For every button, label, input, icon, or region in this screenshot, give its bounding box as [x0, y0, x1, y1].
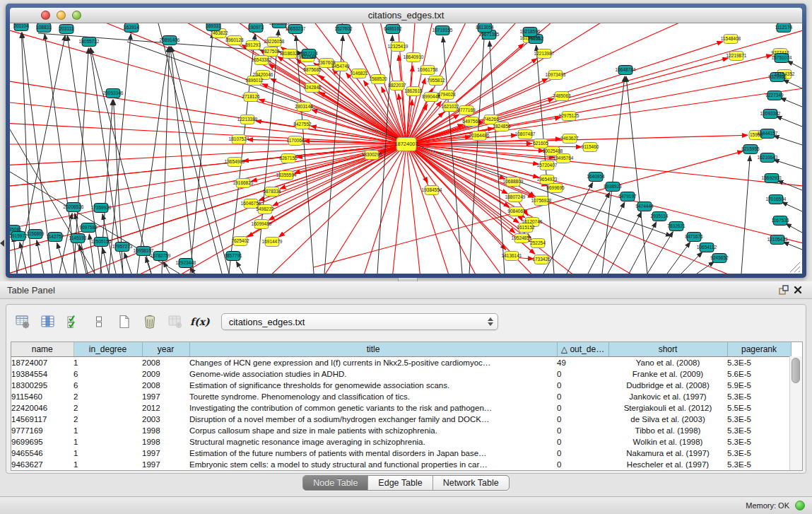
table-cell[interactable]: 0 — [557, 368, 608, 380]
table-cell[interactable]: 0 — [557, 436, 608, 448]
table-cell[interactable]: Changes of HCN gene expression and I(f) … — [189, 357, 557, 369]
column-header-pagerank[interactable]: pagerank — [727, 342, 791, 357]
column-header-out_de[interactable]: △ out_de… — [557, 342, 608, 357]
table-cell[interactable]: 0 — [557, 391, 608, 402]
table-cell[interactable]: Dudbridge et al. (2008) — [608, 380, 727, 391]
table-scrollbar-thumb[interactable] — [792, 358, 800, 383]
table-cell[interactable]: Estimation of the future numbers of pati… — [189, 448, 557, 459]
table-row[interactable]: 2242004622012Investigating the contribut… — [11, 402, 791, 414]
table-cell[interactable]: de Silva et al. (2003) — [608, 414, 727, 425]
tab-edge-table[interactable]: Edge Table — [368, 476, 433, 490]
splitter-arrow-left[interactable] — [0, 240, 4, 247]
column-header-year[interactable]: year — [142, 342, 189, 357]
table-row[interactable]: 911546021997Tourette syndrome. Phenomeno… — [11, 391, 791, 402]
table-cell[interactable]: 49 — [557, 357, 608, 369]
table-cell[interactable]: 14569117 — [11, 414, 73, 425]
table-cell[interactable]: 1 — [73, 448, 142, 459]
table-cell[interactable]: 1997 — [142, 459, 189, 470]
table-cell[interactable]: Yano et al. (2008) — [608, 357, 727, 369]
column-header-in_degree[interactable]: in_degree — [73, 342, 142, 357]
window-titlebar[interactable]: citations_edges.txt — [10, 8, 802, 23]
minimize-window-button[interactable] — [57, 11, 66, 20]
table-cell[interactable]: 5.3E-5 — [727, 425, 791, 436]
table-cell[interactable]: 0 — [557, 380, 608, 391]
table-cell[interactable]: Corpus callosum shape and size in male p… — [189, 425, 557, 436]
float-panel-icon[interactable] — [777, 284, 791, 296]
table-cell[interactable]: 5.3E-5 — [727, 459, 791, 470]
table-cell[interactable]: 0 — [557, 414, 608, 425]
table-cell[interactable]: Franke et al. (2009) — [608, 368, 727, 380]
table-row[interactable]: 1872400712008Changes of HCN gene express… — [11, 357, 791, 369]
table-row[interactable]: 969969511998Structural magnetic resonanc… — [11, 436, 791, 448]
table-cell[interactable]: 0 — [557, 448, 608, 459]
table-cell[interactable]: 5.3E-5 — [727, 357, 791, 369]
table-cell[interactable]: 9777169 — [11, 425, 73, 436]
table-cell[interactable]: 9463627 — [11, 459, 73, 470]
delete-table-button[interactable] — [139, 311, 160, 332]
create-table-button[interactable] — [114, 311, 135, 332]
table-row[interactable]: 946362711997Embryonic stem cells: a mode… — [11, 459, 791, 470]
table-cell[interactable]: Jankovic et al. (1997) — [608, 391, 727, 402]
table-row[interactable]: 1938455462009Genome-wide association stu… — [11, 368, 791, 380]
table-cell[interactable]: 2012 — [142, 402, 189, 414]
table-cell[interactable]: 5.3E-5 — [727, 448, 791, 459]
table-cell[interactable]: 5.3E-5 — [727, 391, 791, 402]
table-cell[interactable]: Estimation of significance thresholds fo… — [189, 380, 557, 391]
table-cell[interactable]: 6 — [73, 380, 142, 391]
table-cell[interactable]: Tourette syndrome. Phenomenology and cla… — [189, 391, 557, 402]
function-builder-button[interactable]: f(x) — [190, 316, 210, 327]
table-row[interactable]: 977716911998Corpus callosum shape and si… — [11, 425, 791, 436]
table-cell[interactable]: 9115460 — [11, 391, 73, 402]
resize-grip-icon[interactable] — [790, 262, 800, 272]
table-settings-button[interactable] — [12, 311, 33, 332]
table-cell[interactable]: Stergiakouli et al. (2012) — [608, 402, 727, 414]
table-row[interactable]: 1830029562008Estimation of significance … — [11, 380, 791, 391]
table-cell[interactable]: Hescheler et al. (1997) — [608, 459, 727, 470]
table-cell[interactable]: 0 — [557, 402, 608, 414]
network-window[interactable]: citations_edges.txt 18724007746382289601… — [6, 4, 806, 278]
tab-network-table[interactable]: Network Table — [433, 476, 509, 490]
table-cell[interactable]: 9699695 — [11, 436, 73, 448]
table-cell[interactable]: 1 — [73, 357, 142, 369]
table-cell[interactable]: 2 — [73, 402, 142, 414]
table-cell[interactable]: 0 — [557, 459, 608, 470]
table-cell[interactable]: 1998 — [142, 436, 189, 448]
table-cell[interactable]: 1997 — [142, 391, 189, 402]
table-cell[interactable]: 2008 — [142, 380, 189, 391]
table-cell[interactable]: Disruption of a novel member of a sodium… — [189, 414, 557, 425]
table-cell[interactable]: 9465546 — [11, 448, 73, 459]
table-cell[interactable]: 2009 — [142, 368, 189, 380]
table-cell[interactable]: Tibbo et al. (1998) — [608, 425, 727, 436]
table-cell[interactable]: 5.5E-5 — [727, 402, 791, 414]
close-panel-icon[interactable] — [791, 284, 805, 296]
table-cell[interactable]: Genome-wide association studies in ADHD. — [189, 368, 557, 380]
table-cell[interactable]: 18724007 — [11, 357, 73, 369]
zoom-window-button[interactable] — [72, 11, 81, 20]
table-cell[interactable]: Embryonic stem cells: a model to study s… — [189, 459, 557, 470]
column-header-name[interactable]: name — [11, 342, 73, 357]
table-cell[interactable]: 1 — [73, 425, 142, 436]
table-cell[interactable]: 19384554 — [11, 368, 73, 380]
table-cell[interactable]: 5.3E-5 — [727, 414, 791, 425]
table-cell[interactable]: Investigating the contribution of common… — [189, 402, 557, 414]
table-cell[interactable]: 22420046 — [11, 402, 73, 414]
tab-node-table[interactable]: Node Table — [303, 476, 368, 490]
show-columns-button[interactable] — [37, 311, 59, 332]
column-header-title[interactable]: title — [189, 342, 557, 357]
delete-column-button[interactable] — [165, 311, 186, 332]
table-row[interactable]: 1456911722003Disruption of a novel membe… — [11, 414, 791, 425]
table-cell[interactable]: Wolkin et al. (1998) — [608, 436, 727, 448]
table-cell[interactable]: 1998 — [142, 425, 189, 436]
table-cell[interactable]: 5.9E-5 — [727, 380, 791, 391]
column-header-short[interactable]: short — [608, 342, 727, 357]
table-cell[interactable]: 18300295 — [11, 380, 73, 391]
table-cell[interactable]: 0 — [557, 425, 608, 436]
select-columns-button[interactable] — [63, 311, 84, 332]
close-window-button[interactable] — [41, 11, 50, 20]
table-cell[interactable]: 6 — [73, 368, 142, 380]
table-cell[interactable]: 1 — [73, 436, 142, 448]
table-scrollbar[interactable] — [789, 356, 802, 471]
table-cell[interactable]: 5.6E-5 — [727, 368, 791, 380]
network-canvas[interactable]: 1872400774638228960128891293232260589827… — [10, 23, 802, 274]
table-cell[interactable]: Nakamura et al. (1997) — [608, 448, 727, 459]
